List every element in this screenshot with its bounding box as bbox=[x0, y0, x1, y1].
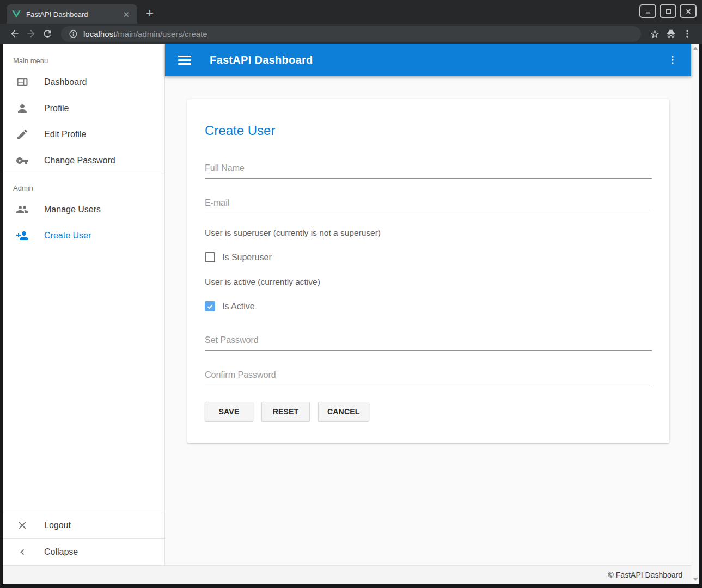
address-bar[interactable]: localhost/main/admin/users/create bbox=[61, 26, 641, 42]
url-path: /main/admin/users/create bbox=[115, 29, 207, 39]
superuser-note: User is superuser (currently is not a su… bbox=[205, 228, 652, 238]
sidebar-item-label: Create User bbox=[44, 231, 91, 241]
forward-icon[interactable] bbox=[23, 28, 39, 39]
sidebar-item-manage-users[interactable]: Manage Users bbox=[3, 197, 164, 223]
active-note: User is active (currently active) bbox=[205, 277, 652, 287]
appbar-kebab-icon[interactable] bbox=[667, 54, 678, 65]
full-name-input[interactable] bbox=[205, 163, 652, 179]
hamburger-menu-icon[interactable] bbox=[178, 56, 191, 65]
sidebar-header-admin: Admin bbox=[3, 174, 164, 197]
active-checkbox-row[interactable]: Is Active bbox=[205, 301, 652, 311]
page-title: Create User bbox=[205, 123, 652, 138]
create-user-card: Create User User is superuser (currently… bbox=[187, 99, 669, 443]
reset-button[interactable]: RESET bbox=[261, 402, 310, 421]
appbar-title: FastAPI Dashboard bbox=[210, 54, 313, 66]
active-checkbox-label: Is Active bbox=[222, 302, 255, 311]
appbar: FastAPI Dashboard bbox=[165, 44, 691, 76]
sidebar-item-edit-profile[interactable]: Edit Profile bbox=[3, 121, 164, 148]
browser-titlebar: FastAPI Dashboard ✕ + bbox=[0, 0, 702, 24]
page-footer: © FastAPI Dashboard bbox=[3, 565, 691, 584]
page-info-icon[interactable] bbox=[69, 29, 78, 39]
sidebar-item-collapse[interactable]: Collapse bbox=[3, 539, 164, 565]
key-icon bbox=[16, 154, 29, 167]
sidebar-item-label: Collapse bbox=[44, 547, 78, 557]
sidebar-item-label: Profile bbox=[44, 103, 69, 113]
sidebar-item-dashboard[interactable]: Dashboard bbox=[3, 69, 164, 95]
copyright-text: © FastAPI Dashboard bbox=[608, 571, 682, 579]
sidebar-spacer bbox=[3, 249, 164, 512]
browser-toolbar: localhost/main/admin/users/create bbox=[0, 24, 702, 44]
form-actions: SAVE RESET CANCEL bbox=[205, 402, 652, 421]
browser-scrollbar[interactable] bbox=[691, 44, 699, 584]
main-area: FastAPI Dashboard Create User bbox=[165, 44, 691, 565]
reload-icon[interactable] bbox=[39, 28, 56, 39]
sidebar-item-change-password[interactable]: Change Password bbox=[3, 148, 164, 174]
sidebar-item-label: Manage Users bbox=[44, 205, 101, 215]
sidebar-header-main-menu: Main menu bbox=[3, 44, 164, 69]
confirm-password-input[interactable] bbox=[205, 370, 652, 385]
incognito-icon[interactable] bbox=[663, 28, 679, 39]
cancel-button[interactable]: CANCEL bbox=[318, 402, 369, 421]
scroll-down-icon[interactable] bbox=[693, 578, 698, 581]
close-icon[interactable] bbox=[680, 4, 697, 18]
pencil-icon bbox=[16, 128, 29, 141]
sidebar-item-create-user[interactable]: Create User bbox=[3, 223, 164, 249]
browser-tab[interactable]: FastAPI Dashboard ✕ bbox=[7, 4, 137, 24]
set-password-input[interactable] bbox=[205, 335, 652, 351]
sidebar-item-profile[interactable]: Profile bbox=[3, 95, 164, 121]
sidebar-item-label: Change Password bbox=[44, 156, 115, 166]
superuser-checkbox-row[interactable]: Is Superuser bbox=[205, 252, 652, 262]
email-input[interactable] bbox=[205, 198, 652, 213]
dashboard-icon bbox=[16, 76, 29, 89]
logout-x-icon bbox=[16, 519, 29, 532]
viewport: Main menu Dashboard bbox=[3, 44, 699, 584]
sidebar-item-label: Logout bbox=[44, 520, 71, 530]
scroll-up-icon[interactable] bbox=[693, 47, 698, 50]
people-icon bbox=[16, 203, 29, 216]
window-controls bbox=[639, 4, 697, 18]
chevron-left-icon bbox=[16, 546, 29, 559]
vue-favicon bbox=[12, 10, 21, 18]
sidebar-item-label: Edit Profile bbox=[44, 130, 86, 139]
tab-title: FastAPI Dashboard bbox=[26, 10, 120, 19]
url-host: localhost bbox=[83, 29, 115, 39]
browser-menu-kebab-icon[interactable] bbox=[679, 29, 695, 39]
bookmark-star-icon[interactable] bbox=[646, 29, 663, 39]
active-checkbox[interactable] bbox=[205, 301, 215, 311]
browser-window: FastAPI Dashboard ✕ + bbox=[0, 0, 702, 44]
save-button[interactable]: SAVE bbox=[205, 402, 253, 421]
back-icon[interactable] bbox=[7, 28, 23, 39]
superuser-checkbox[interactable] bbox=[205, 252, 215, 262]
tab-close-icon[interactable]: ✕ bbox=[120, 9, 132, 20]
minimize-icon[interactable] bbox=[639, 4, 656, 18]
new-tab-icon[interactable]: + bbox=[146, 7, 154, 20]
sidebar-item-logout[interactable]: Logout bbox=[3, 512, 164, 538]
page-content: Create User User is superuser (currently… bbox=[165, 76, 691, 565]
superuser-checkbox-label: Is Superuser bbox=[222, 253, 272, 262]
person-icon bbox=[16, 102, 29, 115]
sidebar-item-label: Dashboard bbox=[44, 77, 87, 87]
person-add-icon bbox=[16, 229, 29, 242]
sidebar: Main menu Dashboard bbox=[3, 44, 165, 565]
maximize-icon[interactable] bbox=[660, 4, 676, 18]
